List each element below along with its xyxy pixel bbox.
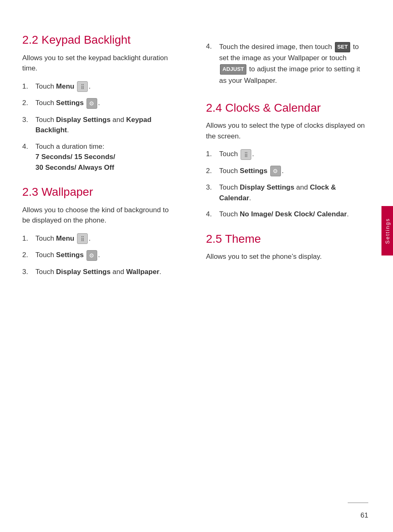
page-number: 61	[360, 511, 368, 520]
section-2-4-desc: Allows you to select the type of clocks …	[206, 120, 367, 141]
step-num-2-2-1: 1.	[22, 81, 35, 92]
left-column: 2.2 Keypad Backlight Allows you to set t…	[0, 25, 189, 507]
menu-dots-icon-2	[77, 233, 88, 244]
step-num-2-3-4: 4.	[206, 41, 219, 52]
step-2-4-1: 1. Touch .	[206, 149, 367, 160]
step-content-2-2-3: Touch Display Settings and Keypad Backli…	[35, 115, 177, 136]
step-bold-display-settings-1: Display Settings	[56, 116, 110, 124]
section-2-4-title: 2.4 Clocks & Calendar	[206, 101, 367, 115]
step-bold-settings-2: Settings	[56, 251, 84, 259]
step-bold-wallpaper: Wallpaper	[126, 268, 159, 276]
step-content-2-4-3: Touch Display Settings and Clock & Calen…	[219, 182, 367, 203]
step-2-3-3: 3. Touch Display Settings and Wallpaper.	[22, 267, 177, 277]
step-bold-no-image: No Image/ Desk Clock/ Calendar	[240, 210, 347, 218]
section-2-3-desc: Allows you to choose the kind of backgro…	[22, 205, 177, 226]
step-bold-menu-1: Menu	[56, 82, 74, 90]
side-tab: Settings	[381, 206, 393, 255]
adjust-badge: ADJUST	[220, 64, 246, 75]
settings-gear-icon-3	[270, 166, 281, 176]
section-2-3: 2.3 Wallpaper Allows you to choose the k…	[22, 185, 177, 277]
settings-gear-icon-2	[87, 250, 97, 261]
step-content-2-2-4: Touch a duration time: 7 Seconds/ 15 Sec…	[35, 141, 177, 173]
section-2-3-title: 2.3 Wallpaper	[22, 185, 177, 199]
step-bold-display-settings-3: Display Settings	[240, 183, 294, 191]
step-content-2-2-2: Touch Settings .	[35, 98, 177, 109]
page-container: 2.2 Keypad Backlight Allows you to set t…	[0, 0, 393, 532]
step-2-4-2: 2. Touch Settings .	[206, 166, 367, 177]
section-2-5-title: 2.5 Theme	[206, 232, 367, 246]
section-2-4-steps: 1. Touch . 2. Touch Settings . 3.	[206, 149, 367, 220]
set-badge: SET	[335, 42, 350, 52]
section-2-2: 2.2 Keypad Backlight Allows you to set t…	[22, 33, 177, 173]
step-content-2-4-4: Touch No Image/ Desk Clock/ Calendar.	[219, 209, 367, 220]
step-num-2-2-2: 2.	[22, 98, 35, 108]
section-2-2-desc: Allows you to set the keypad backlight d…	[22, 53, 177, 74]
step-num-2-3-3: 3.	[22, 267, 35, 277]
section-2-4: 2.4 Clocks & Calendar Allows you to sele…	[206, 101, 367, 220]
side-tab-label: Settings	[384, 218, 391, 244]
step-bold-display-settings-2: Display Settings	[56, 268, 110, 276]
section-2-5: 2.5 Theme Allows you to set the phone’s …	[206, 232, 367, 262]
step-content-2-2-1: Touch Menu .	[35, 81, 177, 92]
step-2-4-4: 4. Touch No Image/ Desk Clock/ Calendar.	[206, 209, 367, 220]
right-column: 4. Touch the desired image, then touch S…	[189, 25, 379, 507]
step-2-3-4-item: 4. Touch the desired image, then touch S…	[206, 41, 367, 86]
step-content-2-3-3: Touch Display Settings and Wallpaper.	[35, 267, 177, 277]
section-2-3-step4: 4. Touch the desired image, then touch S…	[206, 33, 367, 86]
menu-dots-icon-3	[241, 149, 251, 160]
step-2-2-3: 3. Touch Display Settings and Keypad Bac…	[22, 115, 177, 136]
step-2-2-2: 2. Touch Settings .	[22, 98, 177, 109]
step-bold-duration: 7 Seconds/ 15 Seconds/30 Seconds/ Always…	[35, 153, 115, 171]
step-num-2-4-3: 3.	[206, 182, 219, 193]
step-content-2-3-2: Touch Settings .	[35, 250, 177, 261]
step-num-2-4-2: 2.	[206, 166, 219, 176]
step-content-2-4-1: Touch .	[219, 149, 367, 160]
section-2-3-steps: 1. Touch Menu . 2. Touch Settings .	[22, 233, 177, 277]
step-content-2-3-4: Touch the desired image, then touch SET …	[219, 41, 367, 86]
step-2-3-2: 2. Touch Settings .	[22, 250, 177, 261]
menu-dots-icon-1	[77, 81, 88, 92]
step-num-2-2-4: 4.	[22, 141, 35, 152]
step-bold-menu-2: Menu	[56, 234, 74, 242]
step-2-4-3: 3. Touch Display Settings and Clock & Ca…	[206, 182, 367, 203]
section-2-5-desc: Allows you to set the phone’s display.	[206, 251, 367, 262]
step-2-2-4: 4. Touch a duration time: 7 Seconds/ 15 …	[22, 141, 177, 173]
step-2-3-1: 1. Touch Menu .	[22, 233, 177, 244]
step-content-2-4-2: Touch Settings .	[219, 166, 367, 177]
step-bold-settings-1: Settings	[56, 99, 84, 107]
bottom-divider	[348, 502, 368, 503]
step-2-2-1: 1. Touch Menu .	[22, 81, 177, 92]
step-num-2-4-1: 1.	[206, 149, 219, 159]
section-2-2-steps: 1. Touch Menu . 2. Touch Settings .	[22, 81, 177, 173]
settings-gear-icon-1	[87, 98, 97, 109]
step-num-2-3-2: 2.	[22, 250, 35, 260]
step-num-2-2-3: 3.	[22, 115, 35, 125]
step-num-2-4-4: 4.	[206, 209, 219, 220]
section-2-2-title: 2.2 Keypad Backlight	[22, 33, 177, 47]
step-content-2-3-1: Touch Menu .	[35, 233, 177, 244]
step-bold-settings-3: Settings	[240, 167, 267, 175]
step-num-2-3-1: 1.	[22, 233, 35, 244]
